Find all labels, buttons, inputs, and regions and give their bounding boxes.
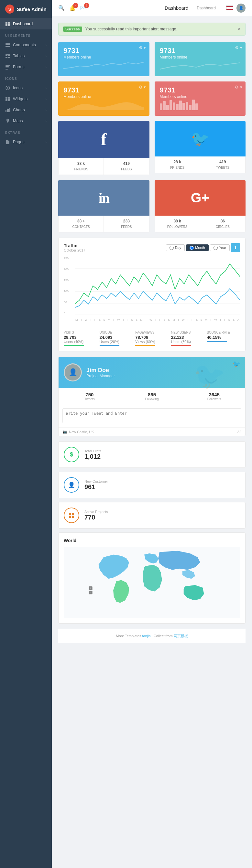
chevron-right-icon: › [46, 140, 47, 144]
stat-number-cyan: 9731 [160, 46, 241, 55]
chevron-right-icon: › [46, 43, 47, 47]
sidebar-item-pages[interactable]: Pages › [0, 136, 52, 147]
alert-close-button[interactable]: × [238, 26, 241, 32]
traffic-btn-month[interactable]: Month [186, 244, 209, 251]
main-content: 🔍 🔔 4 ✉️ 3 Dashboard Dashboard 👤 Success… [52, 0, 252, 868]
google-circles: 86 CIRCLES [200, 216, 245, 232]
traffic-stat-unique: Unique 24.093 Users (20%) [100, 331, 133, 346]
sidebar-item-charts[interactable]: Charts › [0, 104, 52, 116]
stats-grid: ⚙ ▾ 9731 Members online ⚙ ▾ 9731 Members… [58, 42, 246, 116]
sidebar-item-widgets[interactable]: Widgets › [0, 93, 52, 104]
facebook-friends: 38 k FRIENDS [59, 158, 104, 175]
svg-text:+: + [90, 587, 91, 590]
twitter-tweets: 419 TWEETS [200, 156, 245, 173]
sidebar-item-icons[interactable]: Icons › [0, 83, 52, 93]
traffic-btn-day[interactable]: Day [166, 244, 185, 251]
stat-card-blue: ⚙ ▾ 9731 Members online [58, 42, 149, 76]
stat-settings-icon[interactable]: ⚙ ▾ [139, 45, 146, 50]
person-icon: 👤 [68, 482, 75, 489]
svg-rect-22 [5, 110, 6, 112]
footer-link-tanjia[interactable]: tanjia [142, 634, 150, 638]
dollar-icon: $ [70, 451, 73, 458]
notifications-icon-wrap[interactable]: 🔔 4 [69, 5, 76, 11]
footer-link-templates[interactable]: 网页模板 [174, 634, 188, 638]
svg-rect-1 [8, 22, 10, 24]
footer: More Templates tanjia · Collect from 网页模… [58, 629, 246, 643]
traffic-stat-pageviews: Pageviews 78.706 Views (60%) [135, 331, 169, 346]
stat-card-pink: ⚙ ▾ 9731 Members online [155, 82, 246, 116]
chevron-right-icon: › [46, 54, 47, 58]
tweet-input[interactable] [62, 408, 241, 423]
traffic-stat-bounce: Bounce Rate 40.15% [207, 331, 240, 346]
social-card-facebook: f 38 k FRIENDS 419 FEEDS [58, 121, 149, 175]
sidebar-item-components[interactable]: Components › [0, 39, 52, 51]
alert-message: You successfully read this important ale… [85, 27, 177, 31]
stat-bar-bounce [207, 341, 227, 342]
sidebar-section-ui-elements: UI ELEMENTS [0, 29, 52, 39]
svg-rect-25 [9, 108, 10, 112]
svg-rect-15 [5, 69, 8, 69]
svg-rect-8 [5, 55, 7, 56]
components-icon [5, 42, 10, 48]
upload-button[interactable]: ⬆ [231, 243, 240, 252]
traffic-controls: Day Month Year ⬆ [166, 243, 240, 252]
sidebar-item-tables[interactable]: Tables › [0, 51, 52, 61]
svg-rect-14 [5, 68, 9, 68]
tables-icon [5, 53, 10, 59]
google-icon-area[interactable]: G+ [155, 180, 246, 216]
sidebar-header: S Sufee Admin [0, 0, 52, 19]
messages-icon-wrap[interactable]: ✉️ 3 [80, 5, 87, 11]
facebook-icon-area[interactable]: f [58, 121, 149, 158]
svg-rect-23 [7, 108, 8, 112]
twitter-friends: 28 k FRIENDS [155, 156, 200, 173]
forms-icon [5, 64, 10, 69]
user-name: Jim Doe [86, 367, 115, 374]
chevron-right-icon: › [46, 97, 47, 101]
svg-rect-24 [8, 109, 9, 112]
charts-icon [5, 107, 10, 113]
metric-value-profit: 1,012 [84, 453, 101, 460]
user-avatar[interactable]: 👤 [236, 4, 246, 12]
traffic-header: Traffic October 2017 Day Month Year ⬆ [64, 243, 240, 252]
stat-number-pink: 9731 [160, 86, 241, 94]
stat-settings-icon[interactable]: ⚙ ▾ [235, 85, 242, 90]
chevron-right-icon: › [46, 108, 47, 112]
linkedin-stats: 38 + CONTACTS 233 FEEDS [58, 216, 149, 232]
linkedin-feeds: 233 FEEDS [104, 216, 149, 232]
stat-chart-cyan [160, 60, 241, 71]
search-icon[interactable]: 🔍 [58, 5, 65, 11]
stat-card-yellow: ⚙ ▾ 9731 Members online [58, 82, 149, 116]
stat-settings-icon[interactable]: ⚙ ▾ [235, 45, 242, 50]
traffic-btn-year[interactable]: Year [210, 244, 230, 251]
twitter-bg-bird: 🐦 [193, 361, 226, 391]
svg-rect-10 [5, 57, 7, 58]
sidebar: S Sufee Admin Dashboard UI ELEMENTS Comp… [0, 0, 52, 868]
linkedin-icon-area[interactable]: in [58, 180, 149, 216]
stat-label-blue: Members online [63, 55, 144, 60]
twitter-bird-icon: 🐦 [232, 360, 241, 368]
sidebar-item-maps[interactable]: Maps › [0, 116, 52, 126]
metric-label-profit: Total Profit [84, 449, 101, 453]
svg-rect-18 [5, 97, 7, 99]
world-map-area: + − [64, 547, 240, 618]
chevron-right-icon: › [46, 119, 47, 123]
traffic-stat-newusers: New Users 22.123 Users (80%) [171, 331, 204, 346]
traffic-stats: Visits 29.703 Users (40%) Unique 24.093 … [64, 326, 240, 346]
sidebar-item-forms[interactable]: Forms › [0, 61, 52, 72]
social-card-linkedin: in 38 + CONTACTS 233 FEEDS [58, 180, 149, 232]
svg-rect-12 [5, 65, 10, 66]
stat-settings-icon[interactable]: ⚙ ▾ [139, 85, 146, 90]
chevron-right-icon: › [46, 65, 47, 69]
char-count: 32 [237, 430, 241, 434]
user-role: Project Manager [86, 374, 115, 378]
metric-card-customers: 👤 New Customer 961 [58, 472, 246, 498]
svg-rect-19 [8, 97, 10, 99]
twitter-icon-area[interactable]: 🐦 [155, 121, 246, 156]
sidebar-logo: S [5, 4, 14, 13]
traffic-title: Traffic [64, 243, 85, 248]
language-flag[interactable] [226, 5, 233, 10]
facebook-stats: 38 k FRIENDS 419 FEEDS [58, 158, 149, 175]
chart-x-axis: MTWTFSS MTWTFSS MTWTFSS MTWTFSS MTWTFSS … [75, 318, 240, 321]
sidebar-item-dashboard[interactable]: Dashboard [0, 19, 52, 29]
linkedin-icon: in [99, 190, 109, 206]
